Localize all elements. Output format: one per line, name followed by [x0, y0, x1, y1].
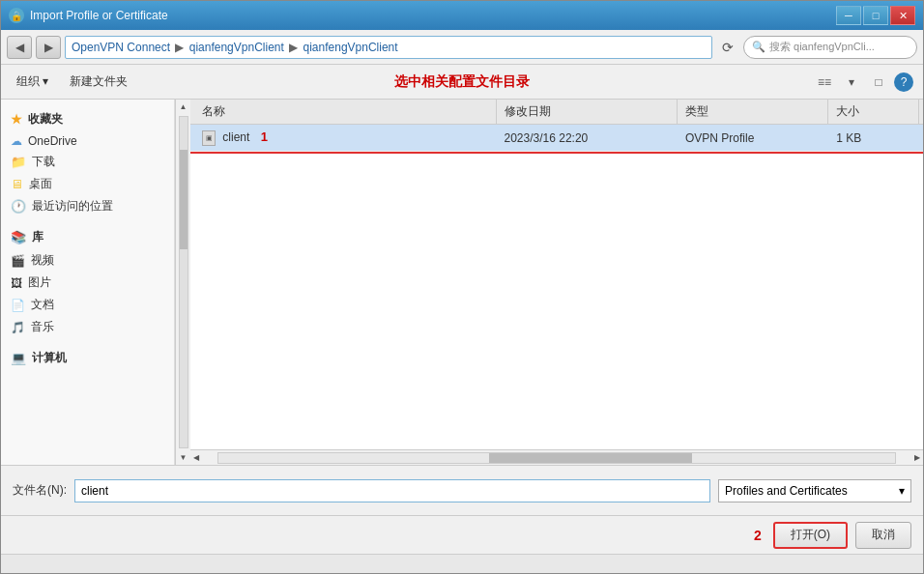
column-modified[interactable]: 修改日期	[497, 100, 679, 124]
computer-section: 💻 计算机	[1, 346, 174, 370]
sidebar-item-label: 下载	[32, 154, 55, 170]
video-icon: 🎬	[11, 254, 25, 268]
breadcrumb: OpenVPN Connect ▶ qianfengVpnClient ▶ qi…	[72, 41, 398, 54]
help-button[interactable]: ?	[894, 72, 913, 92]
sidebar-item-label: 视频	[31, 252, 54, 269]
scroll-track	[179, 116, 188, 448]
table-row[interactable]: ▣ client 1 2023/3/16 22:20 OVPN Profile …	[190, 125, 923, 152]
file-header: 名称 修改日期 类型 大小	[190, 100, 923, 125]
filetype-label: Profiles and Certificates	[725, 484, 848, 498]
scroll-down-btn[interactable]: ▼	[177, 450, 190, 465]
filename-label: 文件名(N):	[13, 482, 67, 499]
forward-button[interactable]: ▶	[36, 36, 61, 59]
sidebar-item-label: 图片	[28, 274, 51, 291]
sidebar-item-label: OneDrive	[28, 134, 77, 148]
breadcrumb-client2[interactable]: qianfengVpnClient	[303, 41, 398, 54]
sidebar-item-onedrive[interactable]: ☁ OneDrive	[1, 131, 174, 151]
sidebar-item-pictures[interactable]: 🖼 图片	[1, 272, 174, 294]
folder-icon: 📁	[11, 155, 26, 169]
desktop-icon: 🖥	[11, 177, 23, 191]
change-view-button[interactable]: ▾	[840, 72, 863, 93]
file-area: 名称 修改日期 类型 大小 ▣ client 1 2023/3/16 22:20…	[190, 100, 923, 465]
sidebar-item-label: 文档	[31, 297, 54, 313]
pictures-icon: 🖼	[11, 276, 22, 290]
recent-icon: 🕐	[11, 199, 26, 214]
file-type-cell: OVPN Profile	[678, 129, 828, 147]
music-icon: 🎵	[11, 321, 25, 334]
file-icon: ▣	[202, 130, 216, 146]
sidebar-item-desktop[interactable]: 🖥 桌面	[1, 173, 174, 195]
search-icon: 🔍	[752, 41, 765, 53]
new-folder-button[interactable]: 新建文件夹	[64, 71, 133, 93]
scroll-up-btn[interactable]: ▲	[177, 100, 190, 114]
breadcrumb-openvpn[interactable]: OpenVPN Connect	[72, 41, 170, 54]
file-size-cell: 1 KB	[828, 129, 919, 147]
favorites-label: 收藏夹	[28, 111, 63, 128]
library-section: 📚 库 🎬 视频 🖼 图片 📄 文档 🎵 音乐	[1, 225, 174, 338]
views-button[interactable]: ≡≡	[813, 72, 836, 93]
window-icon: 🔒	[9, 8, 24, 23]
cancel-button[interactable]: 取消	[855, 522, 911, 549]
filename-input[interactable]	[74, 479, 710, 502]
computer-icon: 💻	[11, 351, 26, 365]
address-bar-row: ◀ ▶ OpenVPN Connect ▶ qianfengVpnClient …	[1, 30, 923, 65]
open-button[interactable]: 打开(O)	[773, 522, 848, 549]
new-folder-label: 新建文件夹	[70, 73, 128, 90]
organize-label: 组织 ▾	[16, 73, 48, 90]
hint-text: 选中相关配置文件目录	[394, 73, 530, 91]
scroll-thumb	[180, 150, 188, 249]
close-button[interactable]: ✕	[890, 6, 915, 25]
h-scroll-track	[217, 452, 896, 464]
sidebar: ★ 收藏夹 ☁ OneDrive 📁 下载 🖥 桌面 🕐 最近访问的位	[1, 100, 175, 465]
sidebar-scrollbar[interactable]: ▲ ▼	[175, 100, 190, 465]
favorites-section: ★ 收藏夹 ☁ OneDrive 📁 下载 🖥 桌面 🕐 最近访问的位	[1, 107, 174, 217]
file-modified-cell: 2023/3/16 22:20	[497, 129, 679, 147]
sidebar-item-music[interactable]: 🎵 音乐	[1, 316, 174, 338]
main-area: ★ 收藏夹 ☁ OneDrive 📁 下载 🖥 桌面 🕐 最近访问的位	[1, 100, 923, 465]
filetype-select[interactable]: Profiles and Certificates ▾	[718, 479, 911, 502]
horizontal-scrollbar: ◀ ▶	[190, 449, 923, 465]
toolbar-right: ≡≡ ▾ □ ?	[813, 72, 913, 93]
organize-button[interactable]: 组织 ▾	[11, 71, 54, 93]
column-name[interactable]: 名称	[194, 100, 497, 124]
cloud-icon: ☁	[11, 134, 22, 148]
search-box[interactable]: 🔍 搜索 qianfengVpnCli...	[743, 36, 917, 59]
column-size[interactable]: 大小	[828, 100, 919, 124]
computer-header: 💻 计算机	[1, 346, 174, 370]
sidebar-item-label: 音乐	[31, 319, 54, 335]
favorites-header: ★ 收藏夹	[1, 107, 174, 131]
title-bar: 🔒 Import Profile or Certificate ─ □ ✕	[1, 1, 923, 30]
library-label: 库	[32, 229, 43, 245]
sidebar-item-recent[interactable]: 🕐 最近访问的位置	[1, 195, 174, 217]
computer-label: 计算机	[32, 350, 67, 366]
h-scroll-left[interactable]: ◀	[190, 453, 202, 462]
star-icon: ★	[11, 112, 22, 127]
column-type[interactable]: 类型	[678, 100, 828, 124]
status-bar	[1, 554, 923, 573]
h-scroll-thumb	[489, 453, 692, 463]
address-box[interactable]: OpenVPN Connect ▶ qianfengVpnClient ▶ qi…	[65, 36, 712, 59]
preview-button[interactable]: □	[867, 72, 890, 93]
bottom-bar: 文件名(N): Profiles and Certificates ▾	[1, 465, 923, 515]
title-bar-buttons: ─ □ ✕	[836, 6, 915, 25]
library-header: 📚 库	[1, 225, 174, 249]
documents-icon: 📄	[11, 299, 25, 312]
file-list: ▣ client 1 2023/3/16 22:20 OVPN Profile …	[190, 125, 923, 449]
file-name: client	[222, 130, 249, 144]
sidebar-item-label: 最近访问的位置	[32, 198, 113, 215]
maximize-button[interactable]: □	[863, 6, 888, 25]
number-badge-2: 2	[750, 528, 765, 543]
toolbar-row: 组织 ▾ 新建文件夹 选中相关配置文件目录 ≡≡ ▾ □ ?	[1, 65, 923, 100]
h-scroll-right[interactable]: ▶	[911, 453, 923, 462]
sidebar-item-label: 桌面	[29, 176, 52, 192]
sidebar-item-downloads[interactable]: 📁 下载	[1, 151, 174, 173]
breadcrumb-client1[interactable]: qianfengVpnClient	[189, 41, 284, 54]
import-dialog: 🔒 Import Profile or Certificate ─ □ ✕ ◀ …	[0, 0, 924, 574]
sidebar-item-video[interactable]: 🎬 视频	[1, 249, 174, 272]
file-name-cell: ▣ client 1	[194, 128, 497, 148]
number-badge-1: 1	[261, 129, 268, 144]
minimize-button[interactable]: ─	[836, 6, 861, 25]
sidebar-item-documents[interactable]: 📄 文档	[1, 294, 174, 316]
refresh-button[interactable]: ⟳	[716, 36, 739, 59]
back-button[interactable]: ◀	[7, 36, 32, 59]
